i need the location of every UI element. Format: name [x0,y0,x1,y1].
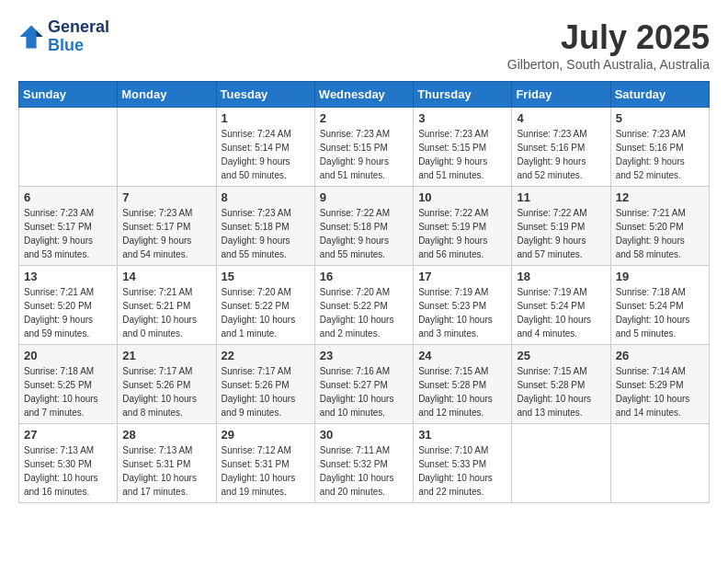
day-info: Sunrise: 7:20 AM Sunset: 5:22 PM Dayligh… [320,285,408,340]
calendar-cell: 4Sunrise: 7:23 AM Sunset: 5:16 PM Daylig… [512,108,610,187]
logo: General Blue [18,18,109,55]
day-info: Sunrise: 7:17 AM Sunset: 5:26 PM Dayligh… [222,364,310,419]
weekday-header: Friday [512,82,610,108]
day-number: 27 [24,428,112,442]
calendar-table: SundayMondayTuesdayWednesdayThursdayFrid… [18,81,710,503]
calendar-cell: 31Sunrise: 7:10 AM Sunset: 5:33 PM Dayli… [414,424,512,503]
day-number: 13 [24,270,112,283]
day-number: 19 [616,270,704,283]
day-info: Sunrise: 7:16 AM Sunset: 5:27 PM Dayligh… [320,364,408,419]
svg-marker-1 [37,30,43,37]
month-title: July 2025 [507,18,710,57]
calendar-cell: 26Sunrise: 7:14 AM Sunset: 5:29 PM Dayli… [610,345,709,424]
day-number: 15 [222,270,310,283]
calendar-week-row: 20Sunrise: 7:18 AM Sunset: 5:25 PM Dayli… [19,345,710,424]
calendar-cell: 28Sunrise: 7:13 AM Sunset: 5:31 PM Dayli… [118,424,216,503]
calendar-cell: 13Sunrise: 7:21 AM Sunset: 5:20 PM Dayli… [19,266,118,345]
calendar-cell: 11Sunrise: 7:22 AM Sunset: 5:19 PM Dayli… [512,187,610,266]
day-number: 14 [122,270,210,283]
day-number: 31 [418,428,506,442]
logo-blue-text: Blue [48,36,84,54]
day-info: Sunrise: 7:22 AM Sunset: 5:18 PM Dayligh… [320,206,408,261]
day-info: Sunrise: 7:23 AM Sunset: 5:18 PM Dayligh… [222,206,310,261]
calendar-cell: 19Sunrise: 7:18 AM Sunset: 5:24 PM Dayli… [610,266,709,345]
calendar-cell: 14Sunrise: 7:21 AM Sunset: 5:21 PM Dayli… [118,266,216,345]
day-number: 22 [222,349,310,362]
calendar-cell: 18Sunrise: 7:19 AM Sunset: 5:24 PM Dayli… [512,266,610,345]
day-info: Sunrise: 7:14 AM Sunset: 5:29 PM Dayligh… [616,364,704,419]
calendar-cell [512,424,610,503]
calendar-cell: 27Sunrise: 7:13 AM Sunset: 5:30 PM Dayli… [19,424,118,503]
weekday-header: Tuesday [216,82,314,108]
day-number: 9 [320,190,408,204]
day-number: 4 [517,111,605,125]
day-number: 2 [320,111,408,125]
day-number: 10 [418,190,506,204]
calendar-cell: 8Sunrise: 7:23 AM Sunset: 5:18 PM Daylig… [216,187,314,266]
calendar-cell: 30Sunrise: 7:11 AM Sunset: 5:32 PM Dayli… [314,424,413,503]
calendar-cell: 25Sunrise: 7:15 AM Sunset: 5:28 PM Dayli… [512,345,610,424]
calendar-week-row: 27Sunrise: 7:13 AM Sunset: 5:30 PM Dayli… [19,424,710,503]
day-number: 18 [517,270,605,283]
logo-icon [18,24,44,50]
day-info: Sunrise: 7:21 AM Sunset: 5:21 PM Dayligh… [122,285,210,340]
day-number: 11 [517,190,605,204]
day-info: Sunrise: 7:23 AM Sunset: 5:16 PM Dayligh… [517,127,605,182]
logo-text-general: General [48,18,109,37]
weekday-header: Saturday [610,82,709,108]
calendar-header: SundayMondayTuesdayWednesdayThursdayFrid… [19,82,710,108]
calendar-cell: 1Sunrise: 7:24 AM Sunset: 5:14 PM Daylig… [216,108,314,187]
day-info: Sunrise: 7:17 AM Sunset: 5:26 PM Dayligh… [122,364,210,419]
calendar-week-row: 1Sunrise: 7:24 AM Sunset: 5:14 PM Daylig… [19,108,710,187]
calendar-cell: 22Sunrise: 7:17 AM Sunset: 5:26 PM Dayli… [216,345,314,424]
page-header: General Blue July 2025 Gilberton, South … [18,18,710,72]
day-info: Sunrise: 7:23 AM Sunset: 5:17 PM Dayligh… [24,206,112,261]
calendar-cell: 29Sunrise: 7:12 AM Sunset: 5:31 PM Dayli… [216,424,314,503]
calendar-week-row: 13Sunrise: 7:21 AM Sunset: 5:20 PM Dayli… [19,266,710,345]
calendar-cell [19,108,118,187]
day-number: 30 [320,428,408,442]
calendar-cell: 10Sunrise: 7:22 AM Sunset: 5:19 PM Dayli… [414,187,512,266]
logo-general: General [48,17,109,36]
calendar-cell [118,108,216,187]
day-number: 12 [616,190,704,204]
title-block: July 2025 Gilberton, South Australia, Au… [507,18,710,72]
calendar-cell: 20Sunrise: 7:18 AM Sunset: 5:25 PM Dayli… [19,345,118,424]
day-number: 26 [616,349,704,362]
weekday-header: Monday [118,82,216,108]
day-number: 29 [222,428,310,442]
day-number: 16 [320,270,408,283]
day-info: Sunrise: 7:21 AM Sunset: 5:20 PM Dayligh… [24,285,112,340]
calendar-cell: 3Sunrise: 7:23 AM Sunset: 5:15 PM Daylig… [414,108,512,187]
day-number: 21 [122,349,210,362]
logo-text-blue: Blue [48,37,109,55]
calendar-cell: 21Sunrise: 7:17 AM Sunset: 5:26 PM Dayli… [118,345,216,424]
day-info: Sunrise: 7:15 AM Sunset: 5:28 PM Dayligh… [418,364,506,419]
weekday-header-row: SundayMondayTuesdayWednesdayThursdayFrid… [19,82,710,108]
day-info: Sunrise: 7:10 AM Sunset: 5:33 PM Dayligh… [418,443,506,499]
day-info: Sunrise: 7:22 AM Sunset: 5:19 PM Dayligh… [517,206,605,261]
day-info: Sunrise: 7:24 AM Sunset: 5:14 PM Dayligh… [222,127,310,182]
day-info: Sunrise: 7:19 AM Sunset: 5:23 PM Dayligh… [418,285,506,340]
day-number: 1 [222,111,310,125]
calendar-cell: 23Sunrise: 7:16 AM Sunset: 5:27 PM Dayli… [314,345,413,424]
day-info: Sunrise: 7:23 AM Sunset: 5:15 PM Dayligh… [418,127,506,182]
calendar-cell [610,424,709,503]
day-number: 25 [517,349,605,362]
day-number: 3 [418,111,506,125]
day-number: 24 [418,349,506,362]
calendar-cell: 17Sunrise: 7:19 AM Sunset: 5:23 PM Dayli… [414,266,512,345]
day-number: 7 [122,190,210,204]
calendar-cell: 2Sunrise: 7:23 AM Sunset: 5:15 PM Daylig… [314,108,413,187]
day-info: Sunrise: 7:22 AM Sunset: 5:19 PM Dayligh… [418,206,506,261]
calendar-cell: 5Sunrise: 7:23 AM Sunset: 5:16 PM Daylig… [610,108,709,187]
day-number: 17 [418,270,506,283]
day-info: Sunrise: 7:23 AM Sunset: 5:15 PM Dayligh… [320,127,408,182]
day-number: 5 [616,111,704,125]
calendar-cell: 6Sunrise: 7:23 AM Sunset: 5:17 PM Daylig… [19,187,118,266]
day-info: Sunrise: 7:19 AM Sunset: 5:24 PM Dayligh… [517,285,605,340]
weekday-header: Sunday [19,82,118,108]
day-info: Sunrise: 7:12 AM Sunset: 5:31 PM Dayligh… [222,443,310,499]
day-info: Sunrise: 7:13 AM Sunset: 5:31 PM Dayligh… [122,443,210,499]
day-info: Sunrise: 7:23 AM Sunset: 5:17 PM Dayligh… [122,206,210,261]
